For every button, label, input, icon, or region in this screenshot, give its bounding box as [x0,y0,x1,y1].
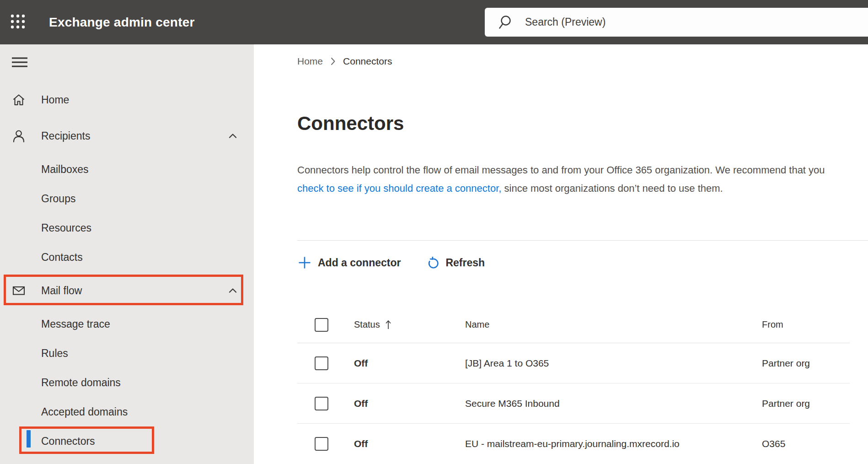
sidebar-item-label: Accepted domains [0,406,128,418]
table-header-row: Status Name From [297,307,850,343]
plus-icon [297,255,312,270]
row-status: Off [354,398,465,409]
sidebar-item-label: Resources [0,222,91,234]
sidebar-item-home[interactable]: Home [0,85,254,114]
sidebar-item-label: Rules [0,347,68,360]
row-status: Off [354,438,465,449]
page-description: Connectors help control the flow of emai… [297,161,850,198]
chevron-up-icon[interactable] [227,130,239,142]
column-header-status[interactable]: Status [354,319,465,330]
sidebar-item-connectors[interactable]: Connectors [0,426,254,456]
add-connector-button[interactable]: Add a connector [297,255,401,270]
sidebar-item-label: Contacts [0,251,83,264]
sidebar-item-rules[interactable]: Rules [0,339,254,368]
sidebar-item-message-trace[interactable]: Message trace [0,309,254,339]
sidebar-item-label: Groups [0,193,75,205]
row-name: EU - mailstream-eu-primary.journaling.mx… [465,438,762,449]
sort-ascending-icon [385,319,392,330]
sidebar-item-mail-flow[interactable]: Mail flow [0,276,254,305]
row-from: O365 [762,438,850,449]
app-launcher-icon [10,13,26,30]
sidebar-item-label: Home [0,94,69,106]
row-checkbox[interactable] [315,397,328,410]
row-status: Off [354,358,465,369]
breadcrumb-home-link[interactable]: Home [297,56,323,67]
chevron-up-icon[interactable] [227,285,239,297]
sidebar-items: Home Recipients Mailboxes Groups Resourc… [0,85,254,456]
chevron-right-icon [330,57,336,66]
table-row[interactable]: Off [JB] Area 1 to O365 Partner org [297,343,850,383]
menu-toggle-button[interactable] [11,57,28,70]
sidebar-item-label: Connectors [0,435,95,448]
app-title: Exchange admin center [49,0,195,44]
sidebar-item-label: Message trace [0,318,110,330]
row-from: Partner org [762,358,850,369]
row-name: Secure M365 Inbound [465,398,762,409]
envelope-icon [12,284,26,297]
row-name: [JB] Area 1 to O365 [465,358,762,369]
column-header-name[interactable]: Name [465,319,762,330]
page-title: Connectors [297,112,850,135]
person-icon [12,129,26,143]
connectors-table: Status Name From Off [JB] Area 1 to O365… [297,307,850,464]
sidebar-item-groups[interactable]: Groups [0,184,254,213]
description-text: since most organizations don’t need to u… [501,183,723,194]
add-connector-label: Add a connector [318,257,401,269]
breadcrumb-current: Connectors [343,56,392,67]
hamburger-icon [11,57,28,68]
column-header-from[interactable]: From [762,319,850,330]
sidebar-item-label: Mailboxes [0,163,89,176]
breadcrumb: Home Connectors [297,55,850,67]
sidebar-item-contacts[interactable]: Contacts [0,243,254,272]
sidebar-item-remote-domains[interactable]: Remote domains [0,368,254,397]
sidebar-item-mailboxes[interactable]: Mailboxes [0,155,254,184]
topbar: Exchange admin center [0,0,868,44]
row-checkbox[interactable] [315,437,328,451]
sidebar-item-resources[interactable]: Resources [0,213,254,243]
sidebar-nav: Home Recipients Mailboxes Groups Resourc… [0,44,254,464]
main-content: Home Connectors Connectors Connectors he… [254,44,868,464]
sidebar-item-label: Remote domains [0,377,121,389]
home-icon [12,93,26,107]
refresh-button[interactable]: Refresh [427,257,485,269]
toolbar: Add a connector Refresh [297,253,850,273]
refresh-label: Refresh [445,257,485,269]
app-launcher-button[interactable] [10,13,26,30]
description-text: Connectors help control the flow of emai… [297,164,825,176]
create-connector-check-link[interactable]: check to see if you should create a conn… [297,183,501,194]
select-all-checkbox[interactable] [315,318,328,332]
row-checkbox[interactable] [315,356,328,370]
row-from: Partner org [762,398,850,409]
table-row[interactable]: Off EU - mailstream-eu-primary.journalin… [297,424,850,464]
search-box[interactable] [485,8,868,37]
toolbar-divider [297,240,868,241]
refresh-icon [427,257,439,269]
sidebar-item-recipients[interactable]: Recipients [0,121,254,151]
sidebar-item-accepted-domains[interactable]: Accepted domains [0,397,254,426]
search-input[interactable] [485,8,868,37]
table-row[interactable]: Off Secure M365 Inbound Partner org [297,383,850,424]
